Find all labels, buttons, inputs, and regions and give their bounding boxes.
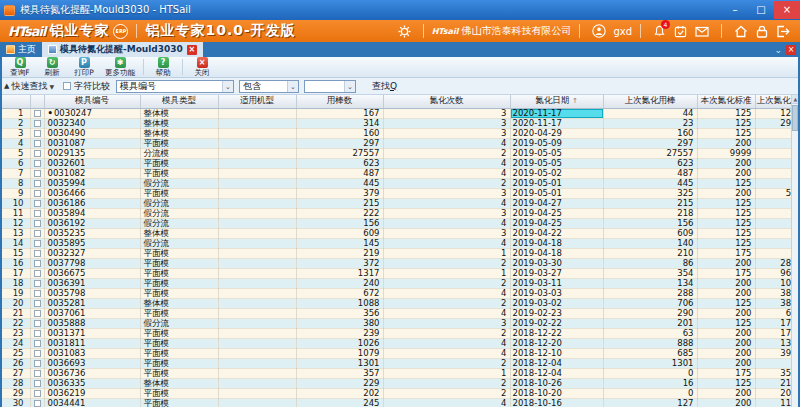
row-select-cell[interactable] (30, 238, 44, 248)
row-select-cell[interactable] (30, 158, 44, 168)
row-select-cell[interactable] (30, 278, 44, 288)
cell-nitride-date[interactable]: 2019-05-01 (510, 188, 603, 198)
cell-mold-type[interactable]: 平面模 (140, 388, 218, 398)
cell-last-rod[interactable]: 86 (603, 258, 697, 268)
cell-nitride-date[interactable]: 2018-10-16 (510, 398, 603, 407)
cell-mold-id[interactable]: 0036219 (44, 388, 140, 398)
row-number-cell[interactable]: 26 (0, 358, 30, 368)
cell-rod-count[interactable]: 379 (296, 188, 383, 198)
cell-mold-type[interactable]: 平面模 (140, 358, 218, 368)
cell-mold-type[interactable]: 假分流 (140, 218, 218, 228)
cell-mold-type[interactable]: 平面模 (140, 328, 218, 338)
row-select-cell[interactable] (30, 218, 44, 228)
print-button[interactable]: P 打印P (68, 57, 100, 78)
cell-nitride-date[interactable]: 2019-04-18 (510, 248, 603, 258)
logout-exit-icon[interactable] (776, 25, 790, 38)
operator-select[interactable]: 包含 ⌄ (239, 80, 299, 93)
cell-nitride-times[interactable]: 4 (383, 238, 510, 248)
cell-standard[interactable]: 200 (697, 188, 755, 198)
cell-nitride-times[interactable]: 4 (383, 158, 510, 168)
row-number-cell[interactable]: 28 (0, 378, 30, 388)
table-row[interactable]: 1•0030247整体模16732020-11-1744125123 (0, 108, 800, 118)
cell-mold-type[interactable]: 假分流 (140, 318, 218, 328)
row-number-cell[interactable]: 18 (0, 278, 30, 288)
row-number-cell[interactable]: 20 (0, 298, 30, 308)
cell-machine[interactable] (218, 208, 296, 218)
cell-nitride-times[interactable]: 2 (383, 278, 510, 288)
cell-last-rod[interactable]: 354 (603, 268, 697, 278)
cell-mold-id[interactable]: 0036466 (44, 188, 140, 198)
table-row[interactable]: 200035281整体模108822019-03-02706125382 (0, 298, 800, 308)
row-checkbox[interactable] (34, 230, 41, 237)
cell-mold-id[interactable]: 0036391 (44, 278, 140, 288)
row-number-cell[interactable]: 14 (0, 238, 30, 248)
cell-standard[interactable]: 9999 (697, 148, 755, 158)
cell-last-rod[interactable]: 609 (603, 228, 697, 238)
cell-last-rod[interactable]: 325 (603, 188, 697, 198)
row-checkbox[interactable] (34, 150, 41, 157)
cell-standard[interactable]: 200 (697, 258, 755, 268)
cell-rod-count[interactable]: 314 (296, 118, 383, 128)
cell-last-rod[interactable]: 685 (603, 348, 697, 358)
row-checkbox[interactable] (34, 300, 41, 307)
lock-icon[interactable] (756, 25, 768, 38)
cell-nitride-date[interactable]: 2018-12-04 (510, 358, 603, 368)
user-avatar-icon[interactable] (592, 24, 606, 38)
cell-machine[interactable] (218, 358, 296, 368)
cell-nitride-date[interactable]: 2018-12-10 (510, 348, 603, 358)
help-button[interactable]: ? 帮助 (147, 57, 179, 78)
table-row[interactable]: 230031371平面模23922018-12-2263200176 (0, 328, 800, 338)
row-number-cell[interactable]: 16 (0, 258, 30, 268)
row-number-cell[interactable]: 1 (0, 108, 30, 118)
field-select[interactable]: 模具编号 ⌄ (116, 80, 234, 93)
cell-machine[interactable] (218, 148, 296, 158)
cell-standard[interactable]: 125 (697, 208, 755, 218)
cell-mold-type[interactable]: 整体模 (140, 228, 218, 238)
cell-mold-id[interactable]: 0036335 (44, 378, 140, 388)
cell-nitride-times[interactable]: 3 (383, 318, 510, 328)
row-select-cell[interactable] (30, 298, 44, 308)
table-row[interactable]: 100036186假分流21542019-04-272151250 (0, 198, 800, 208)
cell-rod-count[interactable]: 672 (296, 288, 383, 298)
cell-last-rod[interactable]: 63 (603, 328, 697, 338)
cell-mold-type[interactable]: 整体模 (140, 108, 218, 118)
cell-rod-count[interactable]: 1026 (296, 338, 383, 348)
table-row[interactable]: 290036219平面模20222018-10-200200202 (0, 388, 800, 398)
row-checkbox[interactable] (34, 260, 41, 267)
cell-last-rod[interactable]: 888 (603, 338, 697, 348)
table-row[interactable]: 130035235整体模60932019-04-226091250 (0, 228, 800, 238)
cell-last-rod[interactable]: 27557 (603, 148, 697, 158)
cell-last-rod[interactable]: 134 (603, 278, 697, 288)
cell-standard[interactable]: 125 (697, 238, 755, 248)
cell-rod-count[interactable]: 487 (296, 168, 383, 178)
cell-nitride-times[interactable]: 3 (383, 128, 510, 138)
cell-machine[interactable] (218, 288, 296, 298)
cell-standard[interactable]: 125 (697, 228, 755, 238)
row-select-cell[interactable] (30, 178, 44, 188)
cell-nitride-times[interactable]: 4 (383, 398, 510, 407)
cell-mold-type[interactable]: 平面模 (140, 288, 218, 298)
table-row[interactable]: 220035888假分流38032019-02-22201125179 (0, 318, 800, 328)
cell-nitride-times[interactable]: 2 (383, 178, 510, 188)
close-window-button[interactable]: × (774, 1, 800, 19)
row-select-cell[interactable] (30, 148, 44, 158)
cell-mold-type[interactable]: 整体模 (140, 118, 218, 128)
cell-mold-id[interactable]: 0031371 (44, 328, 140, 338)
cell-mold-id[interactable]: 0030490 (44, 128, 140, 138)
row-checkbox[interactable] (34, 280, 41, 287)
cell-standard[interactable]: 175 (697, 268, 755, 278)
header-mold-id[interactable]: 模具编号 (44, 95, 140, 108)
cell-standard[interactable]: 125 (697, 128, 755, 138)
cell-mold-type[interactable]: 平面模 (140, 138, 218, 148)
cell-mold-id[interactable]: 0036736 (44, 368, 140, 378)
row-checkbox[interactable] (34, 330, 41, 337)
cell-last-rod[interactable]: 44 (603, 108, 697, 118)
cell-machine[interactable] (218, 268, 296, 278)
cell-rod-count[interactable]: 27557 (296, 148, 383, 158)
tasks-calendar-icon[interactable] (674, 25, 687, 38)
cell-mold-id[interactable]: 0031087 (44, 138, 140, 148)
cell-nitride-date[interactable]: 2019-05-05 (510, 158, 603, 168)
table-row[interactable]: 70031082平面模48742019-05-024872000 (0, 168, 800, 178)
cell-nitride-times[interactable]: 2 (383, 258, 510, 268)
cell-rod-count[interactable]: 356 (296, 308, 383, 318)
